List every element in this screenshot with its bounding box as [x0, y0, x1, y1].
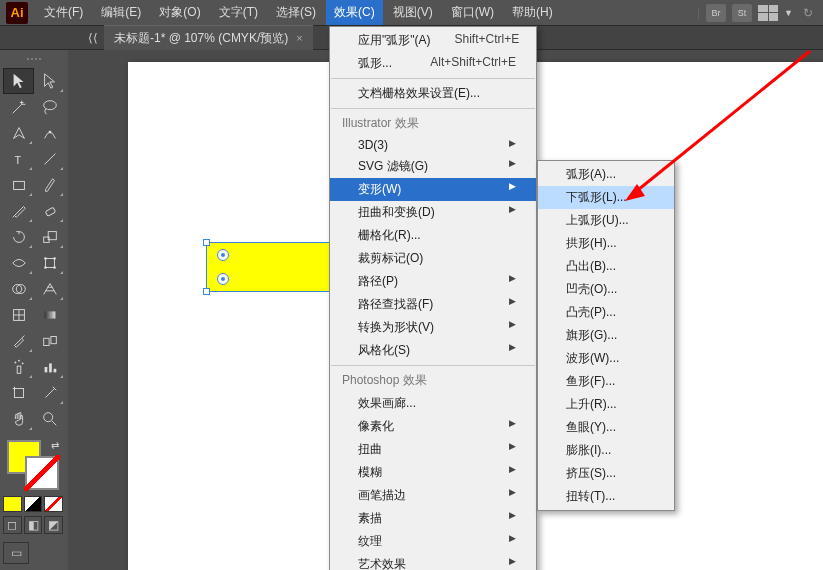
sync-icon[interactable]: ↻ — [799, 5, 817, 21]
stock-icon[interactable]: St — [732, 4, 752, 22]
draw-inside-icon[interactable]: ◩ — [44, 516, 63, 534]
selected-rectangle[interactable] — [206, 242, 336, 292]
warp-option[interactable]: 凹壳(O)... — [538, 278, 674, 301]
type-tool[interactable]: T — [3, 146, 34, 172]
screen-mode-icon[interactable]: ▭ — [3, 542, 29, 564]
illustrator-effect-item[interactable]: 变形(W)▶ — [330, 178, 536, 201]
photoshop-effect-item[interactable]: 扭曲▶ — [330, 438, 536, 461]
warp-option[interactable]: 上弧形(U)... — [538, 209, 674, 232]
warp-option[interactable]: 鱼眼(Y)... — [538, 416, 674, 439]
warp-option[interactable]: 凸壳(P)... — [538, 301, 674, 324]
warp-option[interactable]: 旗形(G)... — [538, 324, 674, 347]
draw-behind-icon[interactable]: ◧ — [24, 516, 43, 534]
illustrator-effect-item[interactable]: 扭曲和变换(D)▶ — [330, 201, 536, 224]
photoshop-effect-item[interactable]: 效果画廊... — [330, 392, 536, 415]
menu-type[interactable]: 文字(T) — [211, 0, 266, 25]
shaper-tool[interactable] — [3, 198, 34, 224]
svg-rect-4 — [13, 181, 24, 189]
illustrator-effect-item[interactable]: SVG 滤镜(G)▶ — [330, 155, 536, 178]
photoshop-effect-item[interactable]: 纹理▶ — [330, 530, 536, 553]
photoshop-effect-item[interactable]: 素描▶ — [330, 507, 536, 530]
menu-edit[interactable]: 编辑(E) — [93, 0, 149, 25]
menu-file[interactable]: 文件(F) — [36, 0, 91, 25]
arrange-docs-icon[interactable] — [758, 5, 778, 21]
free-transform-tool[interactable] — [34, 250, 65, 276]
fill-stroke-swatch[interactable]: ⇄ — [3, 438, 63, 492]
svg-rect-26 — [49, 363, 52, 372]
gradient-tool[interactable] — [34, 302, 65, 328]
panel-grip[interactable] — [3, 58, 65, 66]
blend-tool[interactable] — [34, 328, 65, 354]
gradient-chip[interactable] — [24, 496, 43, 512]
svg-line-3 — [44, 154, 55, 165]
menu-object[interactable]: 对象(O) — [151, 0, 208, 25]
menu-window[interactable]: 窗口(W) — [443, 0, 502, 25]
mesh-tool[interactable] — [3, 302, 34, 328]
warp-option[interactable]: 波形(W)... — [538, 347, 674, 370]
perspective-grid-tool[interactable] — [34, 276, 65, 302]
menu-doc-raster-settings[interactable]: 文档栅格效果设置(E)... — [330, 82, 536, 105]
menu-effect[interactable]: 效果(C) — [326, 0, 383, 25]
color-chip[interactable] — [3, 496, 22, 512]
photoshop-effect-item[interactable]: 艺术效果▶ — [330, 553, 536, 570]
artboard-tool[interactable] — [3, 380, 34, 406]
shape-builder-tool[interactable] — [3, 276, 34, 302]
menu-last-effect[interactable]: 弧形...Alt+Shift+Ctrl+E — [330, 52, 536, 75]
line-tool[interactable] — [34, 146, 65, 172]
illustrator-effect-item[interactable]: 风格化(S)▶ — [330, 339, 536, 362]
warp-option[interactable]: 弧形(A)... — [538, 163, 674, 186]
selection-handle[interactable] — [203, 239, 210, 246]
width-tool[interactable] — [3, 250, 34, 276]
eraser-tool[interactable] — [34, 198, 65, 224]
tab-close-button[interactable]: × — [296, 32, 302, 44]
illustrator-effect-item[interactable]: 路径(P)▶ — [330, 270, 536, 293]
magic-wand-tool[interactable] — [3, 94, 34, 120]
warp-option[interactable]: 挤压(S)... — [538, 462, 674, 485]
illustrator-effect-item[interactable]: 转换为形状(V)▶ — [330, 316, 536, 339]
rotation-handle[interactable] — [217, 273, 229, 285]
illustrator-effect-item[interactable]: 路径查找器(F)▶ — [330, 293, 536, 316]
symbol-sprayer-tool[interactable] — [3, 354, 34, 380]
lasso-tool[interactable] — [34, 94, 65, 120]
photoshop-effect-item[interactable]: 画笔描边▶ — [330, 484, 536, 507]
rotation-handle[interactable] — [217, 249, 229, 261]
bridge-icon[interactable]: Br — [706, 4, 726, 22]
stroke-swatch[interactable] — [25, 456, 59, 490]
selection-tool[interactable] — [3, 68, 34, 94]
panel-toggle-icon[interactable]: ⟨⟨ — [82, 31, 104, 45]
warp-option[interactable]: 下弧形(L)... — [538, 186, 674, 209]
menu-apply-last-effect[interactable]: 应用"弧形"(A)Shift+Ctrl+E — [330, 29, 536, 52]
hand-tool[interactable] — [3, 406, 34, 432]
warp-option[interactable]: 鱼形(F)... — [538, 370, 674, 393]
warp-option[interactable]: 凸出(B)... — [538, 255, 674, 278]
illustrator-effect-item[interactable]: 3D(3)▶ — [330, 135, 536, 155]
document-tab[interactable]: 未标题-1* @ 107% (CMYK/预览) × — [104, 25, 313, 51]
rotate-tool[interactable] — [3, 224, 34, 250]
photoshop-effect-item[interactable]: 模糊▶ — [330, 461, 536, 484]
menu-select[interactable]: 选择(S) — [268, 0, 324, 25]
warp-option[interactable]: 扭转(T)... — [538, 485, 674, 508]
none-chip[interactable] — [44, 496, 63, 512]
selection-handle[interactable] — [203, 288, 210, 295]
curvature-tool[interactable] — [34, 120, 65, 146]
menu-help[interactable]: 帮助(H) — [504, 0, 561, 25]
column-graph-tool[interactable] — [34, 354, 65, 380]
draw-mode-row: ◻ ◧ ◩ — [3, 516, 65, 534]
rectangle-tool[interactable] — [3, 172, 34, 198]
photoshop-effect-item[interactable]: 像素化▶ — [330, 415, 536, 438]
draw-normal-icon[interactable]: ◻ — [3, 516, 22, 534]
menu-view[interactable]: 视图(V) — [385, 0, 441, 25]
warp-option[interactable]: 上升(R)... — [538, 393, 674, 416]
slice-tool[interactable] — [34, 380, 65, 406]
swap-fill-stroke-icon[interactable]: ⇄ — [51, 440, 59, 451]
paintbrush-tool[interactable] — [34, 172, 65, 198]
warp-option[interactable]: 膨胀(I)... — [538, 439, 674, 462]
eyedropper-tool[interactable] — [3, 328, 34, 354]
illustrator-effect-item[interactable]: 栅格化(R)... — [330, 224, 536, 247]
direct-selection-tool[interactable] — [34, 68, 65, 94]
pen-tool[interactable] — [3, 120, 34, 146]
zoom-tool[interactable] — [34, 406, 65, 432]
scale-tool[interactable] — [34, 224, 65, 250]
warp-option[interactable]: 拱形(H)... — [538, 232, 674, 255]
illustrator-effect-item[interactable]: 裁剪标记(O) — [330, 247, 536, 270]
